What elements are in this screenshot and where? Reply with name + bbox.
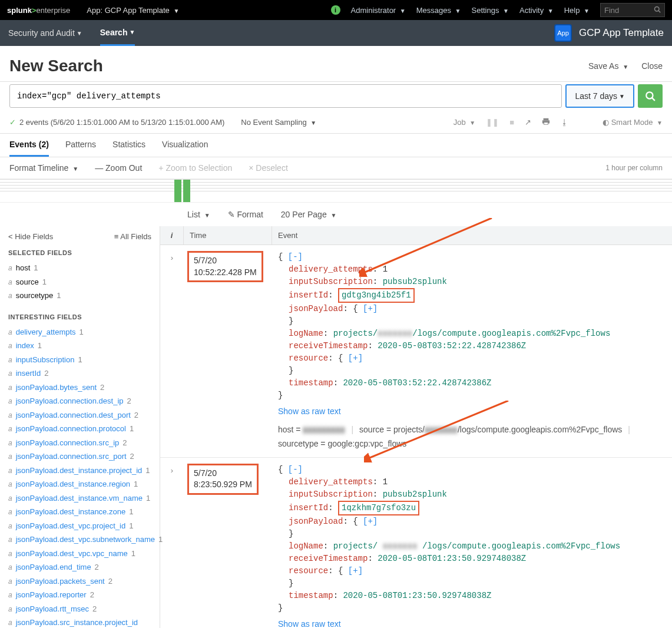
timeline-scale-label: 1 hour per column [605,164,663,172]
col-header-time[interactable]: Time [184,226,272,244]
col-header-event: Event [272,226,672,244]
app-icon: App [554,24,572,42]
page-title: New Search [9,57,103,75]
event-row: ›5/7/208:23:50.929 PM{ [-]delivery_attem… [160,458,672,628]
svg-rect-6 [544,123,548,125]
field-item[interactable]: a sourcetype 1 [8,289,151,303]
field-item[interactable]: a jsonPayload.reporter 2 [8,588,151,602]
field-item[interactable]: a jsonPayload.rtt_msec 2 [8,602,151,616]
job-menu[interactable]: Job ▼ [453,118,476,127]
nav-security-audit[interactable]: Security and Audit ▼ [8,20,82,46]
field-item[interactable]: a jsonPayload.dest_instance.zone 1 [8,505,151,519]
tab-statistics[interactable]: Statistics [112,140,145,157]
event-json: { [-]delivery_attempts: 1inputSubscripti… [278,251,666,402]
global-topbar: splunk>enterprise App: GCP App Template … [0,0,672,20]
field-item[interactable]: a delivery_attempts 1 [8,325,151,339]
field-item[interactable]: a source 1 [8,275,151,289]
search-icon [654,6,661,15]
print-icon[interactable] [542,117,550,127]
field-item[interactable]: a jsonPayload.connection.protocol 1 [8,422,151,436]
smart-mode-dropdown[interactable]: ◐ Smart Mode ▼ [603,118,663,127]
share-icon[interactable]: ↗ [525,118,531,127]
splunk-logo: splunk>enterprise [7,6,70,15]
selected-fields-heading: SELECTED FIELDS [8,249,151,256]
event-time: 5/7/208:23:50.929 PM [187,464,259,495]
field-item[interactable]: a jsonPayload.dest_vpc.vpc_name 1 [8,547,151,561]
info-icon[interactable]: i [331,5,340,15]
deselect-button: × Deselect [249,163,288,173]
timeline-controls: Format Timeline ▼ — Zoom Out + Zoom to S… [0,157,672,179]
col-header-info[interactable]: i [160,226,184,244]
events-table-header: i Time Event [160,226,672,245]
field-item[interactable]: a insertId 2 [8,366,151,381]
app-name-label: GCP App Template [579,27,664,39]
fields-panel: < Hide Fields ≡ All Fields SELECTED FIEL… [0,226,160,628]
stop-icon[interactable]: ■ [509,118,514,127]
menu-activity[interactable]: Activity ▼ [519,6,554,15]
zoom-to-selection-button: + Zoom to Selection [158,163,232,173]
close-button[interactable]: Close [641,61,663,71]
field-item[interactable]: a jsonPayload.connection.src_port 2 [8,449,151,464]
event-sampling-dropdown[interactable]: No Event Sampling ▼ [241,118,316,127]
main-area: < Hide Fields ≡ All Fields SELECTED FIEL… [0,226,672,628]
menu-administrator[interactable]: Administrator ▼ [351,6,406,15]
event-time: 5/7/2010:52:22.428 PM [187,251,263,282]
search-query-input[interactable] [9,84,562,108]
page-header: New Search Save As ▼ Close [0,46,672,82]
svg-line-3 [652,98,655,101]
field-item[interactable]: a host 1 [8,261,151,275]
zoom-out-button[interactable]: — Zoom Out [95,163,142,173]
timeline-chart[interactable] [0,179,672,203]
expand-chevron-icon[interactable]: › [160,249,184,454]
field-item[interactable]: a jsonPayload.dest_instance.project_id 1 [8,464,151,478]
field-item[interactable]: a inputSubscription 1 [8,353,151,367]
expand-chevron-icon[interactable]: › [160,461,184,628]
download-icon[interactable]: ⭳ [561,118,568,127]
save-as-button[interactable]: Save As ▼ [588,61,628,71]
format-button[interactable]: ✎ Format [228,210,263,219]
field-item[interactable]: a jsonPayload.connection.src_ip 2 [8,436,151,450]
check-icon: ✓ [9,118,16,127]
search-bar-row: Last 7 days ▼ [0,82,672,114]
field-item[interactable]: a index 1 [8,339,151,353]
field-item[interactable]: a jsonPayload.dest_vpc.subnetwork_name 1 [8,533,151,547]
tab-events[interactable]: Events (2) [9,140,49,157]
svg-point-0 [655,6,660,11]
show-raw-text-link[interactable]: Show as raw text [278,405,341,418]
svg-point-2 [646,92,653,98]
svg-line-1 [658,11,660,12]
pause-icon[interactable]: ❚❚ [486,118,499,127]
menu-help[interactable]: Help ▼ [564,6,590,15]
field-item[interactable]: a jsonPayload.src_instance.project_id [8,616,151,628]
field-item[interactable]: a jsonPayload.end_time 2 [8,560,151,574]
field-item[interactable]: a jsonPayload.bytes_sent 2 [8,381,151,395]
format-timeline-dropdown[interactable]: Format Timeline ▼ [9,163,78,173]
interesting-fields-heading: INTERESTING FIELDS [8,313,151,320]
global-find-input[interactable]: Find [600,3,665,17]
menu-settings[interactable]: Settings ▼ [472,6,509,15]
menu-messages[interactable]: Messages ▼ [416,6,461,15]
per-page-dropdown[interactable]: 20 Per Page ▼ [281,210,337,219]
show-raw-text-link[interactable]: Show as raw text [278,618,341,628]
field-item[interactable]: a jsonPayload.dest_instance.region 1 [8,477,151,491]
field-item[interactable]: a jsonPayload.connection.dest_port 2 [8,408,151,422]
tab-visualization[interactable]: Visualization [162,140,208,157]
event-format-row: List ▼ ✎ Format 20 Per Page ▼ [0,203,672,226]
field-item[interactable]: a jsonPayload.packets_sent 2 [8,574,151,589]
all-fields-button[interactable]: ≡ All Fields [114,232,151,241]
app-nav-bar: Security and Audit ▼ Search ▼ App GCP Ap… [0,20,672,46]
events-count-text: 2 events (5/6/20 1:15:01.000 AM to 5/13/… [19,118,224,127]
search-status-row: ✓ 2 events (5/6/20 1:15:01.000 AM to 5/1… [0,114,672,134]
tab-patterns[interactable]: Patterns [65,140,96,157]
event-meta: host = ▮▮▮▮▮▮▮▮▮|source = projects/▮▮▮▮▮… [278,423,666,451]
field-item[interactable]: a jsonPayload.dest_instance.vm_name 1 [8,491,151,505]
result-tabs: Events (2) Patterns Statistics Visualiza… [0,134,672,157]
run-search-button[interactable] [638,84,663,108]
list-mode-dropdown[interactable]: List ▼ [187,210,210,219]
hide-fields-button[interactable]: < Hide Fields [8,232,53,241]
nav-search[interactable]: Search ▼ [100,20,135,46]
time-range-picker[interactable]: Last 7 days ▼ [565,84,634,108]
app-context-label[interactable]: App: GCP App Template ▼ [87,6,179,15]
field-item[interactable]: a jsonPayload.dest_vpc.project_id 1 [8,519,151,533]
field-item[interactable]: a jsonPayload.connection.dest_ip 2 [8,394,151,408]
